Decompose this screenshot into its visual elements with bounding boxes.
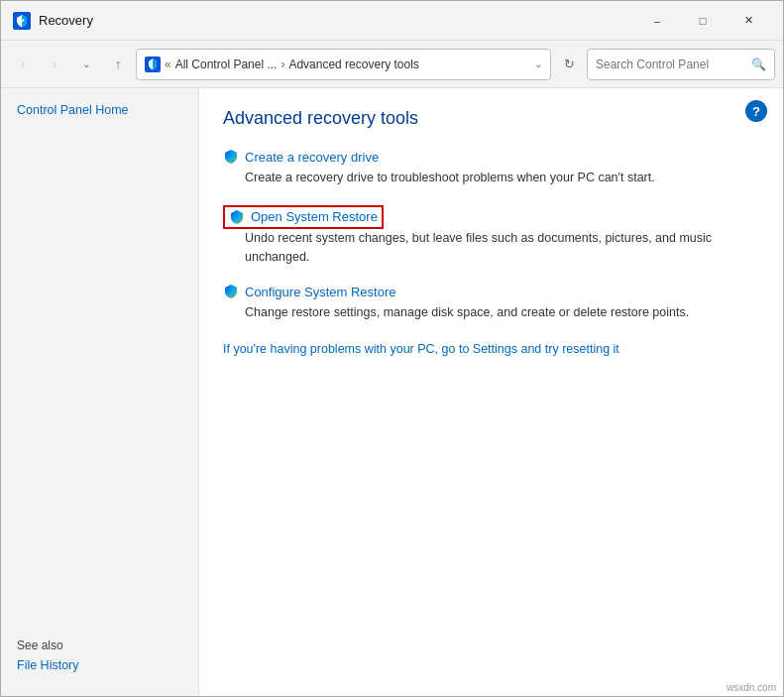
- content-area: ? Advanced recovery tools Create a r: [199, 88, 783, 696]
- watermark: wsxdn.com: [727, 682, 776, 693]
- reset-settings-link[interactable]: If you're having problems with your PC, …: [223, 340, 759, 359]
- configure-system-restore-link[interactable]: Configure System Restore: [223, 284, 759, 299]
- open-system-restore-text: Open System Restore: [251, 209, 378, 224]
- path-separator-1: «: [165, 58, 171, 71]
- control-panel-home-link[interactable]: Control Panel Home: [17, 100, 182, 120]
- path-arrow: ›: [280, 58, 284, 71]
- open-system-restore-desc: Undo recent system changes, but leave fi…: [245, 229, 759, 267]
- maximize-button[interactable]: □: [680, 5, 726, 37]
- app-icon: [13, 12, 31, 30]
- up-button[interactable]: ↑: [104, 51, 132, 78]
- minimize-button[interactable]: –: [634, 5, 680, 37]
- back-button[interactable]: ‹: [9, 51, 37, 78]
- recovery-item-create: Create a recovery drive Create a recover…: [223, 149, 759, 187]
- path-chevron-icon: ⌄: [534, 58, 542, 69]
- path-recovery: Advanced recovery tools: [288, 58, 418, 71]
- sidebar: Control Panel Home See also File History: [1, 88, 199, 696]
- open-system-restore-link[interactable]: Open System Restore: [223, 205, 384, 229]
- search-box[interactable]: 🔍: [587, 49, 775, 80]
- shield-icon-3: [223, 284, 239, 299]
- configure-system-restore-desc: Change restore settings, manage disk spa…: [245, 303, 759, 322]
- configure-system-restore-text: Configure System Restore: [245, 285, 395, 299]
- refresh-button[interactable]: ↻: [555, 51, 583, 78]
- title-bar: Recovery – □ ✕: [1, 1, 783, 41]
- address-path[interactable]: « All Control Panel ... › Advanced recov…: [136, 49, 551, 80]
- search-input[interactable]: [596, 58, 747, 71]
- see-also-label: See also: [17, 639, 182, 652]
- forward-button[interactable]: ›: [41, 51, 68, 78]
- address-bar: ‹ › ⌄ ↑ « All Control Panel ... › Advanc…: [1, 41, 783, 88]
- section-title: Advanced recovery tools: [223, 108, 759, 129]
- title-controls: – □ ✕: [634, 5, 771, 37]
- close-button[interactable]: ✕: [726, 5, 771, 37]
- create-recovery-text: Create a recovery drive: [245, 150, 379, 165]
- shield-icon-1: [223, 149, 239, 165]
- file-history-link[interactable]: File History: [17, 658, 182, 672]
- title-text: Recovery: [39, 13, 93, 28]
- shield-icon-2: [229, 209, 245, 225]
- sidebar-top: Control Panel Home: [1, 100, 198, 120]
- create-recovery-link[interactable]: Create a recovery drive: [223, 149, 759, 165]
- main-area: Control Panel Home See also File History…: [1, 88, 783, 696]
- help-button[interactable]: ?: [745, 100, 767, 122]
- search-icon[interactable]: 🔍: [751, 58, 766, 71]
- sidebar-bottom: See also File History: [1, 627, 198, 684]
- path-control-panel: All Control Panel ...: [175, 58, 278, 71]
- recovery-item-configure: Configure System Restore Change restore …: [223, 284, 759, 322]
- title-bar-left: Recovery: [13, 12, 93, 30]
- recovery-item-restore: Open System Restore Undo recent system c…: [223, 205, 759, 267]
- dropdown-button[interactable]: ⌄: [72, 51, 100, 78]
- create-recovery-desc: Create a recovery drive to troubleshoot …: [245, 169, 759, 187]
- control-panel-icon: [145, 57, 161, 72]
